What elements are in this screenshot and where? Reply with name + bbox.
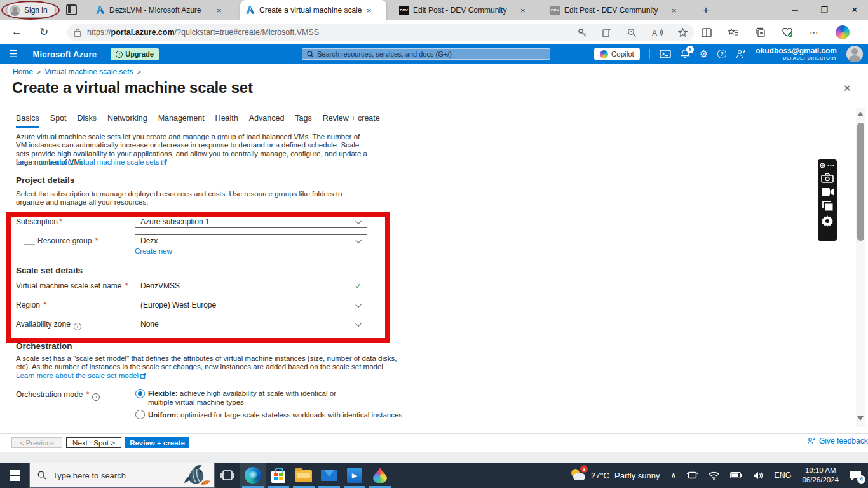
refresh-icon[interactable]: ↻ <box>39 25 48 39</box>
tab-basics[interactable]: Basics <box>16 114 39 128</box>
tray-expand-icon[interactable]: ∧ <box>671 471 677 480</box>
video-camera-icon[interactable] <box>821 187 834 196</box>
taskbar-store-button[interactable] <box>266 463 291 488</box>
window-restore-button[interactable]: ❐ <box>813 0 835 19</box>
action-center-button[interactable]: 4 <box>850 470 862 481</box>
tab-management[interactable]: Management <box>158 114 205 128</box>
split-screen-icon[interactable] <box>702 28 712 37</box>
more-menu-icon[interactable]: ⋯ <box>810 27 819 37</box>
vmss-name-input[interactable]: DenzVMSS ✓ <box>135 280 367 292</box>
language-indicator[interactable]: ENG <box>774 471 791 480</box>
hamburger-menu-icon[interactable]: ☰ <box>9 48 17 60</box>
breadcrumb-separator: > <box>137 68 141 76</box>
paint3d-icon <box>373 468 387 483</box>
taskbar-edge-button[interactable] <box>240 463 266 488</box>
tab-close-icon[interactable]: × <box>217 6 222 15</box>
clock[interactable]: 10:10 AM 06/26/2024 <box>802 466 839 485</box>
tab-spot[interactable]: Spot <box>50 114 67 128</box>
radio-flexible[interactable] <box>135 389 145 398</box>
browser-tab-3[interactable]: DEV Edit Post - DEV Community × <box>394 0 539 20</box>
back-icon[interactable]: ← <box>11 25 22 38</box>
radio-uniform[interactable] <box>135 410 145 419</box>
favorite-star-icon[interactable] <box>678 28 688 37</box>
tab-health[interactable]: Health <box>215 114 238 128</box>
taskbar-movies-button[interactable]: ▶ <box>342 463 367 488</box>
availability-zone-dropdown[interactable]: None <box>135 318 367 330</box>
taskbar-search-input[interactable]: Type here to search <box>29 463 215 488</box>
zoom-out-icon[interactable] <box>627 28 637 37</box>
window-close-button[interactable]: ✕ <box>844 0 865 19</box>
capture-toolbar-header[interactable]: ••• <box>820 163 834 168</box>
more-options-icon[interactable]: ••• <box>827 163 834 168</box>
scrollbar-thumb[interactable] <box>857 123 864 241</box>
tab-networking[interactable]: Networking <box>107 114 147 128</box>
previous-button[interactable]: < Previous <box>11 437 62 448</box>
copy-windows-icon[interactable] <box>822 201 833 211</box>
collections-add-icon[interactable] <box>602 28 612 37</box>
learn-more-vmss-link[interactable]: Learn more about virtual machine scale s… <box>16 158 167 166</box>
help-icon[interactable]: ? <box>717 50 726 58</box>
device-connect-icon[interactable] <box>687 471 698 480</box>
task-view-button[interactable] <box>215 463 240 488</box>
info-icon[interactable] <box>74 323 81 330</box>
read-aloud-icon[interactable]: A <box>652 28 663 37</box>
create-new-link[interactable]: Create new <box>135 247 172 255</box>
collections-icon[interactable] <box>756 27 766 37</box>
taskbar-paint3d-button[interactable] <box>367 463 393 488</box>
copilot-button[interactable]: Copilot <box>594 48 640 60</box>
browser-tab-1[interactable]: DezxLVM - Microsoft Azure × <box>90 0 231 20</box>
tab-tags[interactable]: Tags <box>295 114 311 128</box>
tab-close-icon[interactable]: × <box>520 6 526 15</box>
workspaces-icon[interactable] <box>66 4 77 15</box>
radio-uniform-label[interactable]: Uniform: optimized for large scale state… <box>148 411 478 420</box>
azure-search-input[interactable]: Search resources, services, and docs (G+… <box>302 48 550 60</box>
scrollbar-down-icon[interactable] <box>857 416 864 421</box>
review-create-button[interactable]: Review + create <box>125 437 189 448</box>
scrollbar-up-icon[interactable] <box>857 112 864 116</box>
region-dropdown[interactable]: (Europe) West Europe <box>135 299 367 311</box>
window-minimize-button[interactable]: ─ <box>784 0 806 19</box>
upgrade-button[interactable]: ↑ Upgrade <box>111 48 159 60</box>
weather-widget[interactable]: 1 27°C Partly sunny <box>571 468 660 483</box>
tab-advanced[interactable]: Advanced <box>249 114 285 128</box>
settings-gear-icon[interactable] <box>822 215 833 227</box>
favorites-list-icon[interactable] <box>728 28 739 37</box>
next-spot-button[interactable]: Next : Spot > <box>66 437 121 448</box>
learn-more-model-link[interactable]: Learn more about the scale set model <box>16 372 146 379</box>
azure-brand[interactable]: Microsoft Azure <box>32 50 97 59</box>
resource-group-dropdown[interactable]: Dezx <box>135 234 367 247</box>
browser-tab-4[interactable]: DEV Edit Post - DEV Community × <box>545 0 690 20</box>
subscription-dropdown[interactable]: Azure subscription 1 <box>135 215 367 228</box>
address-bar[interactable]: https://portal.azure.com/?quickstart=tru… <box>67 24 694 41</box>
browser-tab-2-active[interactable]: Create a virtual machine scale se × <box>240 0 386 20</box>
tab-close-icon[interactable]: × <box>672 6 677 15</box>
give-feedback-link[interactable]: Give feedback <box>807 437 868 445</box>
account-avatar[interactable] <box>846 46 863 62</box>
taskbar-explorer-button[interactable] <box>291 463 316 488</box>
account-info[interactable]: okudboss@gmail.com DEFAULT DIRECTORY <box>756 47 837 61</box>
wifi-icon[interactable] <box>709 471 719 480</box>
breadcrumb-parent-link[interactable]: Virtual machine scale sets <box>44 67 133 76</box>
region-label: Region * <box>16 301 46 309</box>
browser-signin-button[interactable]: Sign in <box>6 3 56 18</box>
browser-essentials-icon[interactable] <box>782 28 793 37</box>
radio-flexible-label[interactable]: Flexible: achieve high availability at s… <box>148 390 361 407</box>
notifications-bell-icon[interactable]: 1 <box>681 49 690 59</box>
camera-icon[interactable] <box>821 173 834 183</box>
settings-gear-icon[interactable]: ⚙ <box>700 48 708 60</box>
taskbar-mail-button[interactable] <box>316 463 342 488</box>
breadcrumb-home-link[interactable]: Home <box>13 67 33 76</box>
tab-review-create[interactable]: Review + create <box>323 114 380 128</box>
password-key-icon[interactable] <box>578 28 587 37</box>
volume-icon[interactable] <box>753 471 763 480</box>
tab-disks[interactable]: Disks <box>78 114 97 128</box>
cloud-shell-icon[interactable] <box>660 50 671 58</box>
tab-close-icon[interactable]: × <box>367 6 372 15</box>
start-button[interactable] <box>0 463 29 488</box>
copilot-browser-icon[interactable] <box>836 25 850 39</box>
feedback-icon[interactable] <box>736 50 746 58</box>
new-tab-button[interactable]: + <box>703 4 709 17</box>
info-icon[interactable] <box>92 393 100 401</box>
blade-close-icon[interactable]: ✕ <box>843 83 851 94</box>
battery-icon[interactable] <box>730 472 742 478</box>
